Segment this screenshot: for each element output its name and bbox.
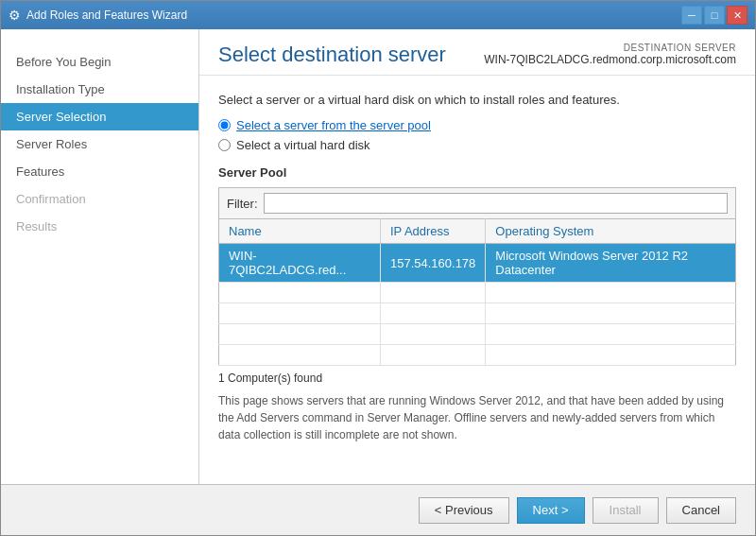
- empty-row-3: [219, 324, 736, 345]
- col-os[interactable]: Operating System: [486, 219, 736, 244]
- destination-server: WIN-7QIBC2LADCG.redmond.corp.microsoft.c…: [484, 53, 736, 66]
- radio-virtual-hdd[interactable]: [218, 139, 231, 151]
- next-button[interactable]: Next >: [517, 497, 585, 524]
- sidebar-item-before-you-begin[interactable]: Before You Begin: [1, 48, 198, 76]
- sidebar-item-confirmation: Confirmation: [1, 185, 198, 213]
- server-table: Name IP Address Operating System WIN-7QI…: [218, 218, 736, 366]
- radio-virtual-hdd-label: Select a virtual hard disk: [236, 138, 370, 152]
- bottom-bar: < Previous Next > Install Cancel: [1, 484, 755, 535]
- window-icon: ⚙: [9, 8, 21, 23]
- title-bar-left: ⚙ Add Roles and Features Wizard: [9, 8, 187, 23]
- radio-option-virtual-hdd[interactable]: Select a virtual hard disk: [218, 138, 736, 152]
- cancel-button[interactable]: Cancel: [666, 497, 736, 524]
- previous-button[interactable]: < Previous: [419, 497, 509, 524]
- found-text: 1 Computer(s) found: [218, 372, 736, 385]
- info-text: This page shows servers that are running…: [218, 392, 736, 443]
- table-row[interactable]: WIN-7QIBC2LADCG.red... 157.54.160.178 Mi…: [219, 244, 736, 283]
- cell-os: Microsoft Windows Server 2012 R2 Datacen…: [486, 244, 736, 283]
- instruction-text: Select a server or a virtual hard disk o…: [218, 93, 736, 107]
- title-bar-buttons: ─ □ ✕: [681, 6, 747, 25]
- close-button[interactable]: ✕: [727, 6, 747, 25]
- sidebar-item-installation-type[interactable]: Installation Type: [1, 76, 198, 103]
- radio-group: Select a server from the server pool Sel…: [218, 118, 736, 152]
- minimize-button[interactable]: ─: [681, 6, 702, 25]
- radio-server-pool[interactable]: [218, 119, 231, 131]
- radio-server-pool-label: Select a server from the server pool: [236, 118, 431, 132]
- empty-row-1: [219, 283, 736, 303]
- sidebar-item-server-roles[interactable]: Server Roles: [1, 130, 198, 158]
- title-bar: ⚙ Add Roles and Features Wizard ─ □ ✕: [1, 1, 755, 29]
- sidebar-item-server-selection[interactable]: Server Selection: [1, 103, 198, 130]
- window-title: Add Roles and Features Wizard: [26, 9, 187, 22]
- maximize-button[interactable]: □: [704, 6, 725, 25]
- filter-row: Filter:: [218, 187, 736, 218]
- destination-info: DESTINATION SERVER WIN-7QIBC2LADCG.redmo…: [484, 43, 736, 66]
- radio-option-server-pool[interactable]: Select a server from the server pool: [218, 118, 736, 132]
- empty-row-4: [219, 345, 736, 366]
- install-button: Install: [593, 497, 659, 524]
- page-title: Select destination server: [218, 43, 484, 67]
- page-title-area: Select destination server: [218, 43, 484, 67]
- right-body: Select a server or a virtual hard disk o…: [199, 76, 755, 484]
- empty-row-2: [219, 303, 736, 324]
- col-ip[interactable]: IP Address: [380, 219, 485, 244]
- cell-name: WIN-7QIBC2LADCG.red...: [219, 244, 381, 283]
- table-header-row: Name IP Address Operating System: [219, 219, 736, 244]
- sidebar: Before You Begin Installation Type Serve…: [1, 29, 199, 484]
- right-panel: Select destination server DESTINATION SE…: [199, 29, 755, 484]
- filter-input[interactable]: [264, 193, 729, 214]
- main-content: Before You Begin Installation Type Serve…: [1, 29, 755, 484]
- right-header: Select destination server DESTINATION SE…: [199, 29, 755, 76]
- sidebar-item-features[interactable]: Features: [1, 158, 198, 185]
- filter-label: Filter:: [227, 197, 258, 211]
- col-name[interactable]: Name: [219, 219, 381, 244]
- destination-label: DESTINATION SERVER: [484, 43, 736, 53]
- cell-ip: 157.54.160.178: [380, 244, 485, 283]
- server-pool-title: Server Pool: [218, 165, 736, 180]
- sidebar-item-results: Results: [1, 213, 198, 240]
- wizard-window: ⚙ Add Roles and Features Wizard ─ □ ✕ Be…: [0, 0, 756, 536]
